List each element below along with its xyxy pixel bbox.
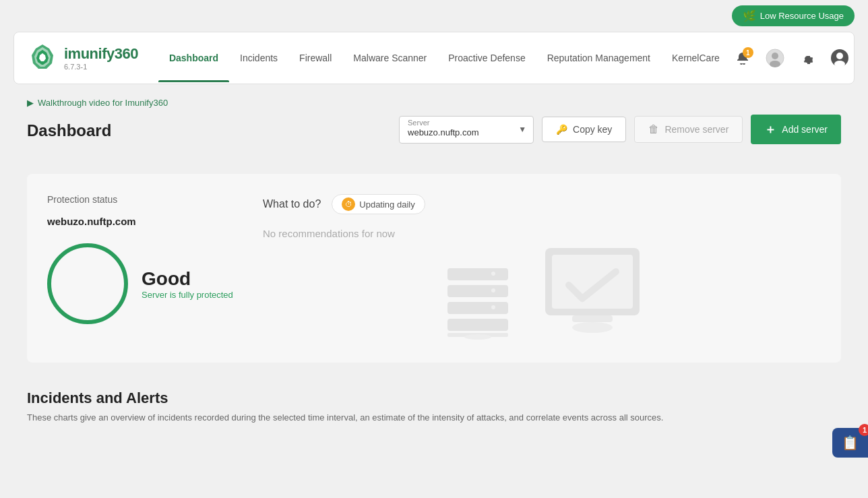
svg-rect-21 [572,315,613,322]
svg-rect-20 [552,255,633,309]
chat-icon: 📋 [842,435,859,443]
chevron-down-icon: ▼ [518,125,526,134]
chat-badge: 1 [859,424,868,436]
status-good-label: Good [142,268,233,290]
incidents-title: Incidents and Alerts [27,390,841,407]
svg-rect-12 [447,302,508,314]
svg-rect-11 [447,285,508,297]
svg-point-5 [772,53,778,59]
nav-left: imunify360 6.7.3-1 Dashboard Incidents F… [28,32,731,84]
updating-badge: ⏱ Updating daily [332,194,425,214]
status-sub-label: Server is fully protected [142,290,233,300]
key-icon: 🔑 [556,124,567,135]
clock-icon: ⏱ [342,197,355,211]
page-content: ▶ Walkthrough video for Imunify360 Dashb… [0,84,868,443]
server-controls: Server webuzo.nuftp.com ▼ 🔑 Copy key 🗑 R… [399,115,841,144]
logo-text: imunify360 6.7.3-1 [64,45,138,71]
logo-version: 6.7.3-1 [64,63,138,71]
svg-rect-16 [491,272,495,276]
logo-area[interactable]: imunify360 6.7.3-1 [28,32,152,84]
svg-point-22 [572,322,613,333]
logo-svg-icon [28,43,57,73]
server-select[interactable]: Server webuzo.nuftp.com ▼ [399,116,534,144]
monitor-illustration [535,241,650,342]
svg-rect-10 [447,268,508,280]
nav-link-malware-scanner[interactable]: Malware Scanner [342,34,437,82]
server-select-label: Server [408,119,429,127]
trash-icon: 🗑 [648,123,659,135]
svg-point-9 [834,61,845,67]
walkthrough-link[interactable]: ▶ Walkthrough video for Imunify360 [27,98,841,108]
page-title: Dashboard [27,121,111,140]
copy-key-button[interactable]: 🔑 Copy key [542,117,626,142]
status-circle [47,243,128,324]
low-resource-label: Low Resource Usage [760,11,844,21]
nav-card: imunify360 6.7.3-1 Dashboard Incidents F… [13,32,855,84]
protection-left: Protection status webuzo.nuftp.com Good … [47,194,236,342]
svg-point-8 [836,53,843,59]
svg-rect-13 [447,319,508,331]
top-bar: 🌿 Low Resource Usage [0,0,868,32]
low-resource-badge[interactable]: 🌿 Low Resource Usage [732,5,855,26]
nav-right: 1 [731,46,852,70]
user-avatar-button[interactable] [763,46,787,70]
walkthrough-text: Walkthrough video for Imunify360 [38,98,168,108]
nav-link-firewall[interactable]: Firewall [288,34,342,82]
plus-icon: ＋ [764,121,776,137]
account-icon [830,49,849,67]
play-icon: ▶ [27,98,34,108]
nav-link-reputation-management[interactable]: Reputation Management [536,34,661,82]
what-to-do-title: What to do? [263,198,321,210]
server-stack-illustration [434,255,522,342]
nav-link-incidents[interactable]: Incidents [229,34,288,82]
account-button[interactable] [828,46,852,70]
chat-float-button[interactable]: 📋 1 [832,428,868,443]
no-recommendations: No recommendations for now [263,228,821,239]
notification-badge: 1 [743,47,753,58]
protection-card: Protection status webuzo.nuftp.com Good … [27,174,841,363]
what-to-do-header: What to do? ⏱ Updating daily [263,194,821,214]
user-icon [766,49,784,67]
illustration-area [263,241,821,342]
incidents-description: These charts give an overview of inciden… [27,412,841,423]
remove-server-button[interactable]: 🗑 Remove server [634,116,743,143]
protection-server-name: webuzo.nuftp.com [47,216,236,227]
status-text: Good Server is fully protected [142,268,233,300]
protection-status-label: Protection status [47,194,236,205]
svg-point-15 [464,334,491,340]
nav-link-proactive-defense[interactable]: Proactive Defense [437,34,536,82]
protection-right: What to do? ⏱ Updating daily No recommen… [263,194,821,342]
settings-button[interactable] [795,46,819,70]
logo-name: imunify360 [64,45,138,63]
nav-links: Dashboard Incidents Firewall Malware Sca… [158,34,731,82]
nav-link-dashboard[interactable]: Dashboard [158,34,229,82]
gear-icon [801,51,814,65]
notification-button[interactable]: 1 [731,46,755,70]
svg-rect-18 [491,305,495,309]
nav-link-kernelcare[interactable]: KernelCare [661,34,731,82]
updating-label: Updating daily [359,199,414,210]
add-server-button[interactable]: ＋ Add server [751,115,841,144]
status-circle-wrap: Good Server is fully protected [47,243,236,324]
leaf-icon: 🌿 [743,9,756,22]
svg-rect-17 [491,288,495,292]
incidents-section: Incidents and Alerts These charts give a… [27,383,841,429]
svg-point-6 [770,61,780,67]
